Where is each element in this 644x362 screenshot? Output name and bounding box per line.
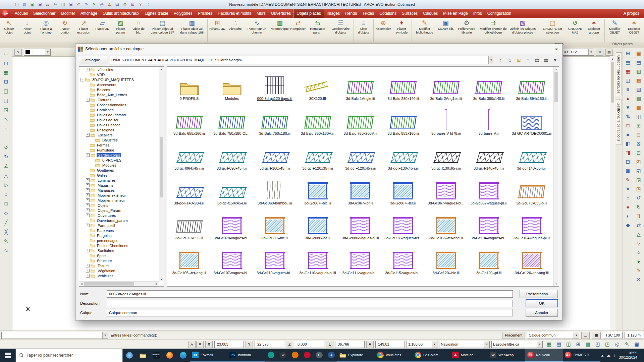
expander-icon[interactable]: +	[86, 188, 90, 192]
coord-z-value[interactable]: 0.000	[295, 341, 324, 348]
panel-tab-gestionnaire-de-calques[interactable]: Gestionnaire de calques	[616, 52, 622, 96]
expander-icon[interactable]: +	[86, 198, 90, 202]
catalog-item-3d-balc-1angle-iii[interactable]: 3d-Balc-1Angle.iii	[339, 68, 382, 103]
catalog-item-3d-gc-f130x45-r-iii[interactable]: 3d-gc-F130x45-r.iii	[382, 138, 425, 173]
taskbar-app-webacap[interactable]: wWebAcap...	[488, 349, 525, 362]
left-tool-10-icon[interactable]: ↺	[1, 143, 11, 152]
right-tool-b-24-icon[interactable]: ✎	[634, 266, 643, 275]
ribbon-button-placer-objet-3d-dans-calque-188[interactable]: ▦Placer objet 3d dans calque 188	[177, 19, 207, 42]
chevron-down-icon[interactable]: ▼	[574, 332, 579, 339]
menu-item-rendu[interactable]: Rendu	[342, 9, 360, 18]
calque-combo[interactable]: Calque commun ▼	[527, 332, 579, 339]
right-tool-a-17-icon[interactable]: ●	[623, 202, 633, 212]
left-tool-8-icon[interactable]: ↕	[1, 124, 11, 133]
app-logo-icon[interactable]: a+	[2, 10, 9, 17]
catalog-item-3d-gc120-blc-iii[interactable]: 3d-Gc120--blc.iii	[425, 242, 468, 277]
ribbon-button-pr-f-rences-librairie[interactable]: ⚙Préférences librairie	[455, 19, 478, 42]
right-tool-a-0-icon[interactable]: ⊞	[623, 49, 633, 58]
ribbon-button-exploser-objet[interactable]: ✶Exploser OBJET	[624, 19, 644, 42]
coord-tool-right-8-icon[interactable]: ✎	[622, 340, 632, 349]
catalog-item-3d-balc-360x140-iii[interactable]: 3d-Balc-360x140.iii	[468, 68, 511, 103]
catalog-item-3d-gc-f120x45-r-iii[interactable]: 3d-gc-F120x45-r.iii	[339, 138, 382, 173]
tree-item-ouvertures[interactable]: +Ouvertures	[79, 213, 159, 218]
expander-icon[interactable]: +	[86, 203, 90, 207]
right-tool-b-19-icon[interactable]: ⇄	[634, 221, 643, 230]
ribbon-button-placer-extrusion[interactable]: ↗Placer extrusion	[74, 19, 93, 42]
presentation-button[interactable]: Présentation...	[520, 290, 558, 298]
catalog-item-3d-gc-f140x65-r-iii[interactable]: 3d-gc-f140x65-r.iii	[510, 138, 553, 173]
tree-item-objets-param[interactable]: +Objets_Param	[79, 208, 159, 213]
catalog-item-3d-balc-594x160-iii[interactable]: 3d-Balc-594x160.iii	[510, 68, 553, 103]
tree-item-mobilier-interieur[interactable]: +Mobilier interieur	[79, 198, 159, 203]
catalog-item-3d-gc110-vagues-pl-iii[interactable]: 3d-Gc110-vagues-pl.iii	[296, 242, 339, 277]
menu-item-configuration[interactable]: Configuration	[485, 9, 514, 18]
right-tool-a-6-icon[interactable]: ▼	[623, 103, 633, 112]
tree-item-gardes-corps[interactable]: −Gardes-corps	[79, 153, 159, 158]
expander-icon[interactable]: +	[86, 183, 90, 187]
right-tool-a-18-icon[interactable]: ◐	[623, 212, 633, 221]
taskbar-app-mots-de[interactable]: AMots de ...	[450, 349, 488, 362]
tree-item-objets[interactable]: +Objets	[79, 203, 159, 208]
ribbon-button-param-triques[interactable]: ▥Paramétriques	[271, 19, 289, 42]
catalog-item-3d-balc-750x180v-iii[interactable]: 3d-Balc-750x180V.iii	[296, 103, 339, 138]
ribbon-button-assembler[interactable]: ⊕Assembler	[374, 19, 392, 42]
desktop-icon[interactable]: ⌂	[506, 56, 514, 64]
left-tool-17-icon[interactable]: ◇	[1, 208, 11, 218]
tree-item-clotures[interactable]: +Clotures	[79, 97, 159, 102]
left-tool-19-icon[interactable]: ╳	[1, 227, 11, 236]
coord-tool-right-9-icon[interactable]: ▣	[632, 340, 641, 349]
right-tool-b-23-icon[interactable]: ●	[634, 257, 643, 266]
right-tool-b-13-icon[interactable]: ◱	[634, 166, 643, 175]
coord-tool-0-icon[interactable]: △	[188, 341, 196, 348]
taskbar-app-d-mes-d[interactable]: a+D:\MES D...	[563, 349, 600, 362]
catalog-item-3d-gc067-ter-iii[interactable]: 3d-Gc067--ter.iii	[382, 173, 425, 207]
right-tool-b-5-icon[interactable]: ▨	[634, 94, 643, 103]
catalog-item-3d-gc-f090x45-r-iii[interactable]: 3d-gc-F090x45-r.iii	[211, 138, 254, 173]
coord-tool-right-5-icon[interactable]: ◰	[593, 340, 602, 349]
list-view-icon[interactable]: ≡	[524, 56, 532, 64]
ribbon-button-placer-rotation[interactable]: ↻Placer rotation	[56, 19, 74, 42]
scroll-left-icon[interactable]: ◀	[79, 282, 84, 286]
expander-icon[interactable]: +	[86, 264, 90, 267]
menu-item-a-propos[interactable]: A propos	[619, 9, 644, 18]
taskbar-app-vous-tes[interactable]: Vous êtes ...	[375, 349, 413, 362]
catalog-item-3d-gc078-vagues-bl[interactable]: 3d-Gc078-vagues-bl...	[211, 207, 254, 242]
tray-0-icon[interactable]: ▴	[601, 353, 603, 358]
scrollbar-thumb[interactable]	[84, 282, 134, 286]
right-tool-a-14-icon[interactable]: ✎	[623, 175, 633, 184]
print-icon[interactable]: ☷	[44, 1, 51, 8]
right-tool-b-25-icon[interactable]: ✕	[634, 275, 643, 284]
chevron-down-icon[interactable]: ▼	[588, 49, 594, 55]
left-tool-12-icon[interactable]: ∠	[1, 162, 11, 171]
catalog-item-3d-gc111-vagues-bl[interactable]: 3d-Gc111-vagues-bl...	[339, 242, 382, 277]
taskbar-search[interactable]: Taper ici pour rechercher	[15, 349, 123, 362]
left-tool-18-icon[interactable]: ╱	[1, 218, 11, 227]
layer-combo[interactable]: 1 ▼	[24, 49, 51, 56]
mode-combo[interactable]: Navigation ▼	[439, 341, 490, 348]
coord-l-value[interactable]: 36.766	[335, 341, 365, 348]
catalog-item-3d-balc-750x180-ol[interactable]: 3d-Balc-750x180-OL...	[211, 103, 254, 138]
tree-item-ascenseurs[interactable]: Ascenseurs	[79, 82, 159, 87]
ribbon-button-remplacer[interactable]: ⇄Remplacer	[289, 19, 307, 42]
ribbon-button-exploser-groupe[interactable]: ✶Exploser groupe	[584, 19, 604, 42]
taskbar-app-foxmail[interactable]: ✉Foxmail	[190, 349, 227, 362]
ribbon-button-placer-symbole[interactable]: ✦Placer symbole	[392, 19, 411, 42]
left-tool-1-icon[interactable]: ◻	[1, 58, 11, 67]
menu-item-outils-architecturaux[interactable]: Outils architecturaux	[100, 9, 142, 18]
chevron-down-icon[interactable]: ▼	[102, 332, 108, 339]
expander-icon[interactable]: +	[86, 178, 90, 182]
scale-combo[interactable]: 1:100.00 ▼	[407, 341, 437, 348]
right-tool-b-20-icon[interactable]: △	[634, 230, 643, 239]
catalog-item-3d-gc060-bambou-iii[interactable]: 3d-Gc060-bambou.iii	[253, 173, 296, 207]
catalog-item-3d-gc110-vagues-bl[interactable]: 3d-Gc110-vagues-bl...	[253, 242, 296, 277]
left-tool-15-icon[interactable]: ○	[1, 190, 11, 199]
right-tool-b-3-icon[interactable]: ▦	[634, 76, 643, 85]
measure-icon[interactable]: ∠	[106, 1, 113, 8]
grid-vertical-scrollbar[interactable]: ▲ ▼	[553, 67, 559, 286]
catalog-item-3d-gc073x055-iii[interactable]: 3d-Gc073x055.iii	[168, 207, 211, 242]
right-tool-a-10-icon[interactable]: ◧	[623, 139, 633, 148]
expander-icon[interactable]: +	[86, 193, 90, 197]
left-tool-16-icon[interactable]: □	[1, 199, 11, 208]
expander-icon[interactable]: +	[86, 274, 90, 278]
close-icon[interactable]: ✕	[550, 44, 562, 54]
